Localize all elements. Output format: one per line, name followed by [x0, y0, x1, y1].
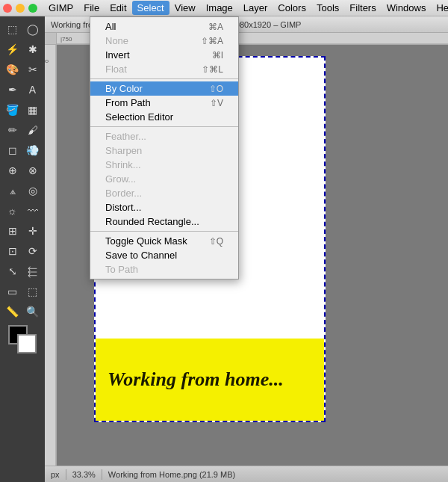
tool-scale[interactable]: ⤡ [3, 262, 22, 281]
tool-clone[interactable]: ⊕ [3, 161, 22, 180]
tool-row-15: 📏 🔍 [3, 302, 43, 321]
menu-colors[interactable]: Colors [273, 1, 311, 15]
close-button[interactable] [3, 4, 12, 13]
menu-select-invert-shortcut: ⌘I [212, 50, 223, 61]
tool-rect-select[interactable]: ⬚ [3, 19, 22, 39]
menu-select-save-to-channel-label: Save to Channel [105, 250, 177, 261]
tool-pencil[interactable]: ✏ [3, 120, 22, 140]
menu-select-toggle-quick-mask-label: Toggle Quick Mask [105, 235, 187, 247]
tool-heal[interactable]: ⊗ [23, 161, 43, 180]
tool-blend[interactable]: ▦ [23, 100, 43, 120]
tool-bucket-fill[interactable]: 🪣 [3, 100, 22, 120]
tool-text[interactable]: A [23, 80, 43, 99]
tool-row-6: ✏ 🖌 [3, 120, 43, 140]
tool-blur[interactable]: ◎ [23, 181, 43, 200]
menu-select-none-shortcut: ⇧⌘A [201, 36, 223, 46]
tool-free-select[interactable]: ⚡ [3, 40, 22, 59]
tool-paths[interactable]: ✒ [3, 80, 22, 99]
menu-select-all-label: All [105, 21, 116, 32]
menu-select-shrink-label: Shrink... [105, 159, 141, 170]
tool-measure[interactable]: 📏 [3, 302, 22, 321]
minimize-button[interactable] [16, 4, 25, 13]
tool-scissors[interactable]: ✂ [23, 60, 43, 79]
sep-2 [90, 126, 238, 127]
canvas-yellow-banner: Working from home... [96, 339, 324, 421]
tool-move[interactable]: ✛ [23, 221, 43, 241]
tool-perspective-clone[interactable]: ⟁ [3, 181, 22, 200]
menu-file[interactable]: File [78, 1, 105, 15]
menu-select-by-color[interactable]: By Color ⇧O [90, 81, 238, 96]
select-dropdown-menu: All ⌘A None ⇧⌘A Invert ⌘I Float ⇧⌘L By C… [90, 16, 239, 279]
menu-select-border-label: Border... [105, 188, 142, 199]
menu-image[interactable]: Image [201, 1, 238, 15]
tool-ellipse-select[interactable]: ◯ [23, 19, 43, 39]
menu-gimp[interactable]: GIMP [43, 1, 78, 15]
tool-airbrush[interactable]: 💨 [23, 140, 43, 160]
menu-select-toggle-quick-mask[interactable]: Toggle Quick Mask ⇧Q [90, 234, 238, 248]
menu-help[interactable]: Help [431, 1, 448, 15]
menu-select-none: None ⇧⌘A [90, 34, 238, 48]
menu-tools[interactable]: Tools [311, 1, 344, 15]
menu-select-feather-label: Feather... [105, 131, 146, 142]
menu-edit[interactable]: Edit [105, 1, 131, 15]
menu-select-invert-label: Invert [105, 49, 130, 61]
menu-layer[interactable]: Layer [238, 1, 273, 15]
menu-select-all[interactable]: All ⌘A [90, 19, 238, 34]
status-sep-2 [102, 469, 102, 480]
tool-rotate[interactable]: ⟳ [23, 241, 43, 261]
tool-perspective[interactable]: ▭ [3, 282, 22, 301]
menu-select-sharpen: Sharpen [90, 143, 238, 158]
menu-view[interactable]: View [169, 1, 201, 15]
tool-row-8: ⊕ ⊗ [3, 161, 43, 180]
menu-select-from-path-label: From Path [105, 97, 151, 108]
tool-paintbrush[interactable]: 🖌 [23, 120, 43, 140]
menu-select-selection-editor[interactable]: Selection Editor [90, 110, 238, 124]
menu-select-all-shortcut: ⌘A [208, 22, 223, 32]
tool-shear[interactable]: ⬱ [23, 262, 43, 281]
sep-3 [90, 231, 238, 232]
tool-dodge[interactable]: ☼ [3, 201, 22, 220]
menu-select-selection-editor-label: Selection Editor [105, 111, 173, 123]
menu-select-grow-label: Grow... [105, 173, 136, 185]
menu-select-float-label: Float [105, 64, 127, 75]
status-sep-1 [66, 469, 66, 480]
tool-row-7: ◻ 💨 [3, 140, 43, 160]
tool-row-14: ▭ ⬚ [3, 282, 43, 301]
tool-row-2: ⚡ ✱ [3, 40, 43, 59]
menu-select[interactable]: Select [132, 1, 169, 15]
menu-filters[interactable]: Filters [344, 1, 381, 15]
tool-flip[interactable]: ⬚ [23, 282, 43, 301]
menu-select-from-path[interactable]: From Path ⇧V [90, 96, 238, 110]
ruler-corner [45, 33, 57, 45]
menu-select-rounded-rect[interactable]: Rounded Rectangle... [90, 214, 238, 229]
menu-windows[interactable]: Windows [382, 1, 432, 15]
tool-row-1: ⬚ ◯ [3, 19, 43, 39]
menu-select-save-to-channel[interactable]: Save to Channel [90, 248, 238, 262]
menu-select-feather: Feather... [90, 129, 238, 143]
maximize-button[interactable] [28, 4, 37, 13]
color-selector[interactable] [8, 325, 37, 353]
menubar: GIMP File Edit Select View Image Layer C… [0, 0, 448, 16]
menu-select-toggle-quick-mask-shortcut: ⇧Q [209, 236, 223, 247]
tool-fuzzy-select[interactable]: ✱ [23, 40, 43, 59]
menu-select-distort[interactable]: Distort... [90, 200, 238, 214]
tool-zoom[interactable]: 🔍 [23, 302, 43, 321]
menu-select-sharpen-label: Sharpen [105, 145, 142, 156]
tool-row-10: ☼ 〰 [3, 201, 43, 220]
vertical-ruler: 0 [45, 45, 57, 466]
status-filename: Working from Home.png (21.9 MB) [108, 470, 235, 479]
background-color[interactable] [17, 334, 37, 353]
sep-1 [90, 78, 238, 79]
tool-smudge[interactable]: 〰 [23, 201, 43, 220]
menu-select-invert[interactable]: Invert ⌘I [90, 48, 238, 62]
svg-text:|750: |750 [60, 36, 72, 43]
tool-crop[interactable]: ⊡ [3, 241, 22, 261]
menu-select-by-color-label: By Color [105, 83, 143, 94]
tool-eraser[interactable]: ◻ [3, 140, 22, 160]
menu-select-to-path-label: To Path [105, 264, 138, 275]
menu-select-shrink: Shrink... [90, 158, 238, 172]
tool-by-color[interactable]: 🎨 [3, 60, 22, 79]
tool-row-9: ⟁ ◎ [3, 181, 43, 200]
traffic-lights [3, 4, 37, 13]
tool-align[interactable]: ⊞ [3, 221, 22, 241]
